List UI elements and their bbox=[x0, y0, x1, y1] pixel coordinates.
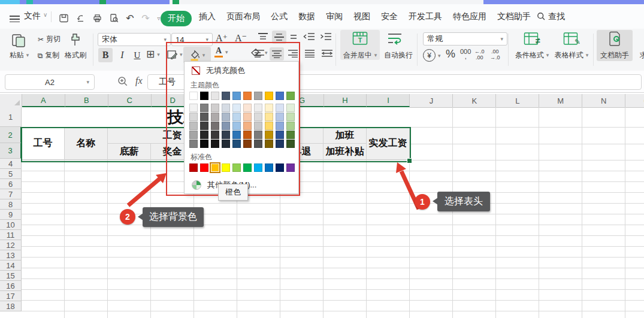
tabstrip-segment[interactable] bbox=[483, 0, 644, 4]
print-icon[interactable] bbox=[91, 12, 103, 24]
increase-font-icon[interactable]: A⁺ bbox=[216, 32, 228, 44]
color-swatch-7F7F7F[interactable] bbox=[200, 104, 208, 112]
tabstrip-segment[interactable] bbox=[0, 0, 20, 4]
color-swatch-FF0000[interactable] bbox=[200, 163, 208, 172]
color-swatch-595959[interactable] bbox=[200, 113, 208, 121]
color-swatch-ACB9CA[interactable] bbox=[222, 113, 230, 121]
color-swatch-4472C4[interactable] bbox=[276, 92, 284, 100]
tab-文档助手[interactable]: 文档助手 bbox=[497, 11, 531, 22]
color-swatch-548235[interactable] bbox=[286, 131, 295, 139]
color-swatch-C6E0B4[interactable] bbox=[286, 113, 295, 121]
conditional-format-button[interactable]: 条件格式▾ bbox=[513, 50, 551, 60]
color-swatch-D6DCE4[interactable] bbox=[222, 104, 230, 112]
tabstrip-active-tab[interactable] bbox=[170, 0, 483, 4]
print-preview-icon[interactable] bbox=[108, 12, 120, 24]
file-menu[interactable]: 文件 bbox=[24, 11, 41, 22]
color-swatch-D0CECE[interactable] bbox=[211, 104, 219, 112]
color-swatch-2F5597[interactable] bbox=[276, 131, 284, 139]
color-swatch-D9E2F3[interactable] bbox=[276, 104, 284, 112]
color-swatch-FFC000[interactable] bbox=[265, 92, 273, 100]
row-header-13[interactable]: 13 bbox=[0, 250, 22, 261]
color-swatch-BF9000[interactable] bbox=[265, 131, 273, 139]
underline-button[interactable]: U bbox=[131, 48, 144, 62]
column-header-I[interactable]: I bbox=[367, 94, 410, 107]
column-header-B[interactable]: B bbox=[65, 94, 108, 107]
color-swatch-C00000[interactable] bbox=[189, 163, 198, 172]
cell-H2[interactable]: 加班 bbox=[323, 128, 367, 144]
row-header-15[interactable]: 15 bbox=[0, 271, 22, 281]
color-swatch-000000[interactable] bbox=[200, 92, 208, 100]
color-swatch-92D050[interactable] bbox=[232, 163, 241, 172]
color-swatch-262626[interactable] bbox=[200, 131, 208, 139]
color-swatch-5B9BD5[interactable] bbox=[232, 92, 241, 100]
column-header-O[interactable]: O bbox=[625, 94, 644, 107]
tab-特色应用[interactable]: 特色应用 bbox=[453, 11, 486, 22]
tab-安全[interactable]: 安全 bbox=[381, 11, 398, 22]
row-header-16[interactable]: 16 bbox=[0, 281, 22, 291]
row-header-14[interactable]: 14 bbox=[0, 261, 22, 271]
color-swatch-DBDBDB[interactable] bbox=[254, 113, 262, 121]
tab-公式[interactable]: 公式 bbox=[271, 11, 288, 22]
color-swatch-2E75B6[interactable] bbox=[232, 131, 241, 139]
column-header-N[interactable]: N bbox=[582, 94, 625, 107]
color-swatch-E7E6E6[interactable] bbox=[211, 92, 219, 100]
distribute-icon[interactable] bbox=[321, 49, 333, 57]
color-swatch-FFE699[interactable] bbox=[265, 113, 273, 121]
color-swatch-7F6000[interactable] bbox=[265, 140, 273, 148]
column-header-A[interactable]: A bbox=[22, 94, 65, 107]
row-header-10[interactable]: 10 bbox=[0, 220, 22, 230]
color-swatch-B4C7E7[interactable] bbox=[276, 113, 284, 121]
color-swatch-C55A11[interactable] bbox=[243, 131, 252, 139]
align-middle-icon[interactable] bbox=[272, 31, 286, 44]
color-swatch-A5A5A5[interactable] bbox=[254, 92, 262, 100]
color-swatch-7F7F7F[interactable] bbox=[189, 140, 198, 148]
sum-button-partial[interactable]: 求 bbox=[637, 50, 644, 60]
color-swatch-525252[interactable] bbox=[254, 140, 262, 148]
color-swatch-171616[interactable] bbox=[211, 140, 219, 148]
row-header-12[interactable]: 12 bbox=[0, 240, 22, 250]
color-swatch-C9C9C9[interactable] bbox=[254, 122, 262, 130]
tabstrip-segment[interactable] bbox=[20, 0, 170, 4]
row-header-5[interactable]: 5 bbox=[0, 169, 22, 179]
tab-数据[interactable]: 数据 bbox=[298, 11, 315, 22]
color-swatch-F4B183[interactable] bbox=[243, 122, 252, 130]
row-header-7[interactable]: 7 bbox=[0, 189, 22, 199]
column-header-L[interactable]: L bbox=[496, 94, 539, 107]
redo-icon[interactable]: ↷ bbox=[140, 12, 152, 24]
name-box[interactable]: A2 ▾ bbox=[5, 74, 95, 90]
copy-button[interactable]: ⧉复制 bbox=[34, 50, 64, 60]
cells-area[interactable]: 技术部工资表 工号 名称 工资 底薪 奖金 早退 加班 加班补贴 实发工资 bbox=[22, 107, 644, 318]
color-swatch-DEEBF7[interactable] bbox=[232, 104, 241, 112]
wrap-text-button[interactable]: 自动换行 bbox=[383, 50, 413, 60]
number-format-combo[interactable]: 常规▾ bbox=[423, 32, 507, 46]
fx-icon[interactable]: fx bbox=[135, 75, 143, 86]
wrap-text-icon[interactable] bbox=[387, 32, 403, 45]
row-header-9[interactable]: 9 bbox=[0, 210, 22, 220]
row-header-4[interactable]: 4 bbox=[0, 159, 22, 169]
conditional-format-icon[interactable]: ≠ bbox=[524, 32, 540, 46]
color-swatch-ED7D31[interactable] bbox=[243, 92, 252, 100]
column-header-C[interactable]: C bbox=[108, 94, 152, 107]
align-right-icon[interactable] bbox=[288, 49, 298, 57]
color-swatch-FFF2CC[interactable] bbox=[265, 104, 273, 112]
color-swatch-FFC000[interactable] bbox=[211, 163, 219, 172]
merge-center-button[interactable]: 合并居中▾ bbox=[340, 50, 380, 60]
color-swatch-3F3F3F[interactable] bbox=[200, 122, 208, 130]
decrease-indent-icon[interactable] bbox=[303, 32, 315, 41]
color-swatch-FFD966[interactable] bbox=[265, 122, 273, 130]
cell-C3[interactable]: 底薪 bbox=[108, 144, 151, 160]
undo-icon[interactable]: ↶ bbox=[124, 12, 136, 24]
color-swatch-F8CBAD[interactable] bbox=[243, 113, 252, 121]
row-header-17[interactable]: 17 bbox=[0, 291, 22, 301]
font-name-combo[interactable]: 宋体▾ bbox=[98, 33, 171, 46]
percent-icon[interactable]: % bbox=[446, 48, 455, 60]
currency-icon[interactable]: ¥▾ bbox=[423, 49, 441, 62]
color-swatch-1F3864[interactable] bbox=[276, 140, 284, 148]
tab-视图[interactable]: 视图 bbox=[353, 11, 370, 22]
row-header-6[interactable]: 6 bbox=[0, 179, 22, 189]
zoom-formula-icon[interactable] bbox=[117, 76, 128, 87]
decrease-decimal-icon[interactable]: .00→.0 bbox=[490, 49, 500, 60]
tab-开发工具[interactable]: 开发工具 bbox=[409, 11, 442, 22]
align-top-icon[interactable] bbox=[258, 32, 268, 41]
color-swatch-3A3838[interactable] bbox=[211, 131, 219, 139]
